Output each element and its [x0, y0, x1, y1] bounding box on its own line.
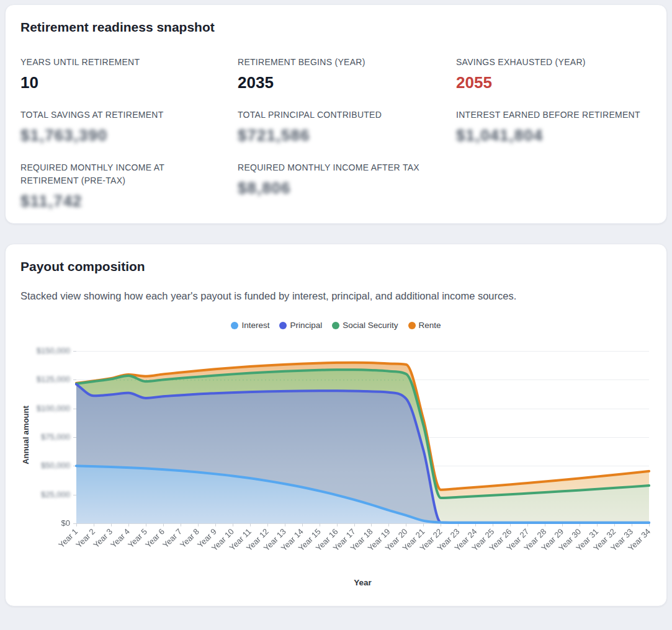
snapshot-card: Retirement readiness snapshot YEARS UNTI…	[5, 4, 667, 224]
stat-value-redacted: $721,586	[238, 126, 456, 145]
snapshot-stats-grid: YEARS UNTIL RETIREMENT 10 RETIREMENT BEG…	[20, 56, 652, 211]
payout-stacked-area-chart[interactable]	[20, 340, 653, 574]
chart-area: Annual amount $0$25,000$50,000$75,000$10…	[20, 340, 652, 574]
stat-years-until-retirement: YEARS UNTIL RETIREMENT 10	[20, 56, 238, 92]
y-tick-label: $0	[61, 518, 70, 528]
y-tick-label: $100,000	[37, 404, 70, 413]
legend-item-principal[interactable]: Principal	[279, 321, 322, 330]
payout-title: Payout composition	[20, 259, 652, 274]
legend-label: Principal	[290, 321, 322, 330]
y-tick-label: $125,000	[37, 375, 70, 384]
y-tick-label: $150,000	[37, 346, 70, 355]
stat-label: YEARS UNTIL RETIREMENT	[20, 56, 213, 69]
snapshot-title: Retirement readiness snapshot	[20, 20, 652, 35]
legend-dot	[332, 322, 339, 329]
legend-item-social-security[interactable]: Social Security	[332, 321, 398, 330]
y-tick-label: $75,000	[41, 432, 70, 441]
stat-required-monthly-income-after-tax: REQUIRED MONTHLY INCOME AFTER TAX $8,806	[238, 161, 456, 211]
stat-empty-cell	[456, 161, 652, 211]
stat-total-principal-contributed: TOTAL PRINCIPAL CONTRIBUTED $721,586	[238, 109, 456, 145]
stat-interest-earned-before-retirement: INTEREST EARNED BEFORE RETIREMENT $1,041…	[456, 109, 652, 145]
legend-label: Rente	[419, 321, 441, 330]
stat-label: REQUIRED MONTHLY INCOME AT RETIREMENT (P…	[20, 161, 213, 187]
legend-label: Interest	[241, 321, 269, 330]
retirement-dashboard: Retirement readiness snapshot YEARS UNTI…	[5, 4, 667, 606]
stat-value-danger: 2055	[456, 74, 652, 92]
stat-value-redacted: $8,806	[238, 179, 456, 198]
stat-value-redacted: $1,763,390	[20, 126, 238, 145]
stat-value: 10	[20, 74, 238, 92]
stat-label: REQUIRED MONTHLY INCOME AFTER TAX	[238, 161, 430, 174]
stat-label: TOTAL SAVINGS AT RETIREMENT	[20, 109, 213, 122]
legend-item-interest[interactable]: Interest	[231, 321, 269, 330]
x-axis-title: Year	[76, 578, 649, 587]
legend-label: Social Security	[343, 321, 398, 330]
stat-label: INTEREST EARNED BEFORE RETIREMENT	[456, 109, 648, 122]
stat-total-savings-at-retirement: TOTAL SAVINGS AT RETIREMENT $1,763,390	[20, 109, 238, 145]
stat-savings-exhausted-year: SAVINGS EXHAUSTED (YEAR) 2055	[456, 56, 652, 92]
legend-item-rente[interactable]: Rente	[408, 321, 441, 330]
payout-card: Payout composition Stacked view showing …	[5, 244, 667, 606]
y-axis-tick-labels: $0$25,000$50,000$75,000$100,000$125,000$…	[20, 340, 74, 574]
payout-subtitle: Stacked view showing how each year's pay…	[20, 289, 652, 303]
y-tick-label: $50,000	[41, 461, 70, 470]
legend-dot	[231, 322, 238, 329]
legend-dot	[279, 322, 287, 329]
stat-retirement-begins-year: RETIREMENT BEGINS (YEAR) 2035	[238, 56, 456, 92]
legend-dot	[408, 322, 416, 329]
stat-value-redacted: $1,041,804	[456, 126, 652, 145]
stat-value-redacted: $11,742	[20, 192, 238, 211]
chart-legend: InterestPrincipalSocial SecurityRente	[20, 320, 652, 331]
stat-label: SAVINGS EXHAUSTED (YEAR)	[456, 56, 648, 69]
stat-required-monthly-income-pretax: REQUIRED MONTHLY INCOME AT RETIREMENT (P…	[20, 161, 238, 211]
stat-value: 2035	[238, 74, 456, 92]
stat-label: TOTAL PRINCIPAL CONTRIBUTED	[238, 109, 430, 122]
stat-label: RETIREMENT BEGINS (YEAR)	[238, 56, 430, 69]
y-tick-label: $25,000	[41, 490, 70, 499]
